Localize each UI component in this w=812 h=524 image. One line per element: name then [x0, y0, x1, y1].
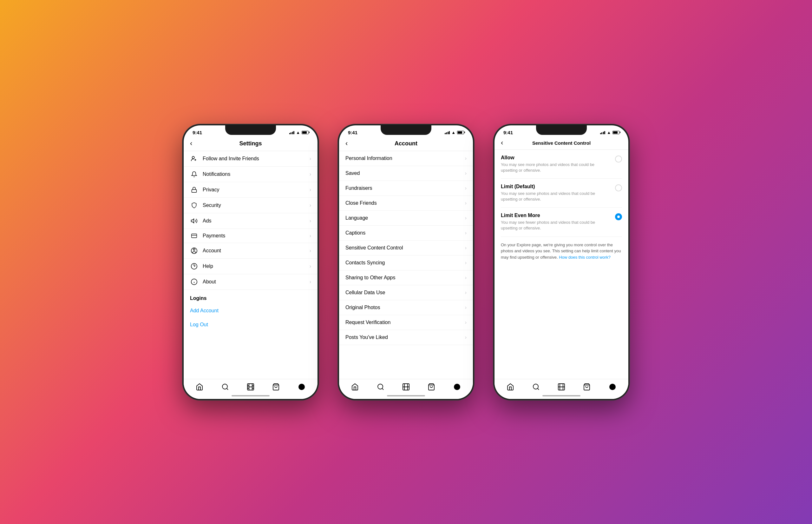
svg-point-25	[299, 384, 305, 390]
account-captions[interactable]: Captions ›	[339, 226, 473, 241]
payments-label: Payments	[203, 233, 309, 239]
svg-rect-3	[192, 190, 197, 192]
chevron-icon: ›	[465, 215, 467, 221]
tab-profile[interactable]	[298, 383, 305, 393]
wifi-icon: ▲	[451, 130, 456, 135]
settings-follow-friends[interactable]: Follow and Invite Friends ›	[184, 151, 318, 167]
tab-shop[interactable]	[427, 383, 435, 393]
nav-header: ‹ Sensitive Content Control	[494, 137, 628, 150]
account-sharing-other-apps[interactable]: Sharing to Other Apps ›	[339, 271, 473, 285]
logins-section-header: Logins	[184, 290, 318, 304]
scc-info-text: On your Explore page, we're giving you m…	[501, 237, 622, 266]
back-button[interactable]: ‹	[501, 139, 503, 147]
account-personal-info[interactable]: Personal Information ›	[339, 151, 473, 166]
account-cellular-data[interactable]: Cellular Data Use ›	[339, 285, 473, 300]
scc-limit-radio[interactable]	[615, 184, 622, 191]
scc-option-limit[interactable]: Limit (Default) You may see some photos …	[501, 179, 622, 208]
screen-title: Settings	[239, 140, 262, 147]
battery-icon	[457, 131, 464, 134]
svg-point-8	[193, 248, 195, 250]
back-button[interactable]: ‹	[190, 139, 192, 148]
signal-icon	[289, 130, 295, 134]
screen-title: Account	[394, 140, 418, 147]
phone-account: 9:41 ▲ ‹ Account	[338, 124, 474, 400]
chevron-icon: ›	[309, 171, 311, 177]
screen-title: Sensitive Content Control	[532, 140, 591, 146]
settings-account[interactable]: Account ›	[184, 243, 318, 259]
account-close-friends[interactable]: Close Friends ›	[339, 196, 473, 211]
account-posts-liked[interactable]: Posts You've Liked ›	[339, 330, 473, 345]
home-indicator	[387, 395, 425, 396]
notifications-label: Notifications	[203, 171, 309, 177]
add-account-button[interactable]: Add Account	[184, 304, 318, 318]
chevron-icon: ›	[465, 200, 467, 206]
home-indicator	[542, 395, 580, 396]
account-contacts-syncing[interactable]: Contacts Syncing ›	[339, 256, 473, 271]
account-fundraisers[interactable]: Fundraisers ›	[339, 181, 473, 196]
tab-search[interactable]	[221, 383, 229, 393]
tab-home[interactable]	[351, 383, 359, 393]
settings-security[interactable]: Security ›	[184, 198, 318, 213]
account-saved[interactable]: Saved ›	[339, 166, 473, 181]
personal-info-label: Personal Information	[345, 155, 465, 161]
tab-search[interactable]	[532, 383, 540, 393]
phone-sensitive-content: 9:41 ▲ ‹ Sensitive Conten	[493, 124, 630, 400]
about-label: About	[203, 279, 309, 285]
settings-help[interactable]: Help ›	[184, 259, 318, 274]
tab-reels[interactable]	[247, 383, 254, 393]
back-button[interactable]: ‹	[345, 139, 348, 148]
battery-icon	[302, 131, 309, 134]
chevron-icon: ›	[309, 279, 311, 285]
tab-search[interactable]	[377, 383, 385, 393]
account-icon	[190, 247, 198, 254]
svg-point-14	[222, 384, 227, 389]
chevron-icon: ›	[309, 156, 311, 162]
help-label: Help	[203, 263, 309, 269]
sensitive-content-label: Sensitive Content Control	[345, 245, 465, 251]
tab-profile[interactable]	[609, 383, 616, 393]
scc-limit-more-desc: You may see fewer photos and videos that…	[501, 219, 611, 231]
chevron-icon: ›	[465, 155, 467, 161]
account-sensitive-content[interactable]: Sensitive Content Control ›	[339, 241, 473, 256]
scc-option-allow[interactable]: Allow You may see more photos and videos…	[501, 150, 622, 179]
signal-icon	[600, 130, 606, 134]
settings-list: Follow and Invite Friends › Notification…	[184, 151, 318, 379]
scc-allow-desc: You may see more photos and videos that …	[501, 162, 611, 173]
nav-header: ‹ Settings	[184, 137, 318, 151]
chevron-icon: ›	[309, 248, 311, 253]
chevron-icon: ›	[309, 218, 311, 224]
tab-shop[interactable]	[583, 383, 591, 393]
settings-privacy[interactable]: Privacy ›	[184, 182, 318, 198]
scc-option-limit-more[interactable]: Limit Even More You may see fewer photos…	[501, 208, 622, 236]
settings-ads[interactable]: Ads ›	[184, 213, 318, 229]
settings-notifications[interactable]: Notifications ›	[184, 167, 318, 182]
tab-profile[interactable]	[453, 383, 461, 393]
chevron-icon: ›	[465, 275, 467, 281]
language-label: Language	[345, 215, 465, 221]
scc-allow-radio[interactable]	[615, 155, 622, 163]
wifi-icon: ▲	[607, 130, 611, 135]
settings-payments[interactable]: Payments ›	[184, 229, 318, 243]
tab-home[interactable]	[507, 383, 514, 393]
saved-label: Saved	[345, 170, 465, 176]
log-out-button[interactable]: Log Out	[184, 318, 318, 332]
account-language[interactable]: Language ›	[339, 211, 473, 226]
settings-about[interactable]: About ›	[184, 274, 318, 290]
account-original-photos[interactable]: Original Photos ›	[339, 300, 473, 315]
ads-label: Ads	[203, 218, 309, 224]
status-icons: ▲	[445, 130, 464, 135]
scc-info-link[interactable]: How does this control work?	[559, 255, 611, 260]
contacts-syncing-label: Contacts Syncing	[345, 260, 465, 266]
tab-reels[interactable]	[402, 383, 410, 393]
tab-home[interactable]	[196, 383, 203, 393]
svg-line-35	[537, 388, 539, 390]
chevron-icon: ›	[465, 185, 467, 191]
scc-limit-more-radio[interactable]	[615, 213, 622, 220]
tab-shop[interactable]	[272, 383, 280, 393]
account-request-verification[interactable]: Request Verification ›	[339, 315, 473, 330]
time: 9:41	[192, 130, 202, 135]
nav-header: ‹ Account	[339, 137, 473, 151]
time: 9:41	[503, 130, 513, 135]
tab-reels[interactable]	[558, 383, 565, 393]
chevron-icon: ›	[465, 320, 467, 325]
